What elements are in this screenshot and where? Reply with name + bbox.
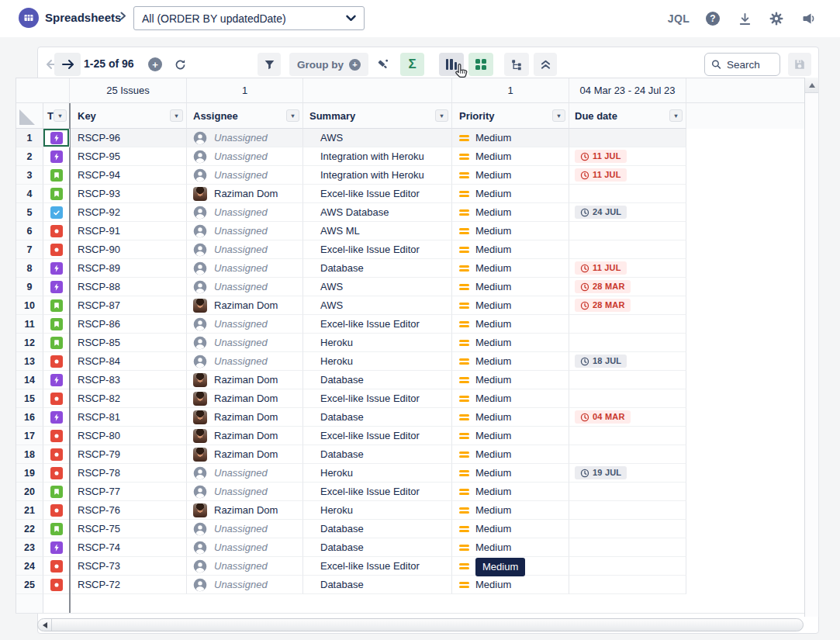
issue-type-cell[interactable] (43, 427, 70, 445)
due-date-cell[interactable]: 04 MAR (569, 408, 686, 427)
priority-cell[interactable]: Medium (452, 334, 569, 352)
assignee-cell[interactable]: Unassigned (187, 334, 303, 352)
priority-cell[interactable]: Medium (452, 259, 569, 278)
row-number[interactable]: 17 (16, 427, 43, 445)
priority-cell[interactable]: Medium (452, 371, 569, 389)
row-number[interactable]: 5 (16, 203, 43, 222)
summary-cell[interactable]: Heroku (303, 352, 452, 371)
summary-cell[interactable]: AWS (303, 278, 452, 296)
assignee-cell[interactable]: Unassigned (187, 278, 303, 296)
announcements-button[interactable] (798, 9, 818, 29)
row-number[interactable]: 25 (16, 576, 43, 594)
due-date-cell[interactable] (569, 427, 686, 445)
summary-cell[interactable]: AWS Database (303, 203, 452, 222)
due-date-cell[interactable] (569, 315, 686, 334)
issue-type-cell[interactable] (43, 352, 70, 371)
issue-key-cell[interactable]: RSCP-92 (70, 203, 187, 222)
summary-cell[interactable]: Database (303, 371, 452, 389)
summary-cell[interactable]: Database (303, 520, 452, 538)
due-date-cell[interactable] (569, 389, 686, 408)
column-filter-button[interactable]: ▼ (435, 109, 448, 122)
add-issue-button[interactable]: + (144, 53, 166, 76)
due-date-cell[interactable] (569, 334, 686, 352)
priority-cell[interactable]: Medium (452, 147, 569, 166)
summary-cell[interactable]: Integration with Heroku (303, 147, 452, 166)
hierarchy-button[interactable] (504, 53, 529, 76)
filter-button[interactable] (258, 53, 281, 76)
column-header-summary[interactable]: Summary ▼ (303, 103, 452, 129)
summary-cell[interactable]: Database (303, 538, 452, 557)
jql-toggle[interactable]: JQL (666, 12, 691, 25)
row-number[interactable]: 2 (16, 147, 43, 166)
column-header-priority[interactable]: Priority ▼ (452, 103, 569, 129)
priority-cell[interactable]: Medium (452, 222, 569, 240)
assignee-cell[interactable]: Raziman Dom (187, 408, 303, 427)
select-all-corner[interactable] (16, 103, 43, 129)
issue-type-cell[interactable] (43, 464, 70, 483)
due-date-cell[interactable] (569, 445, 686, 464)
issue-type-cell[interactable] (43, 576, 70, 594)
due-date-cell[interactable] (569, 129, 686, 147)
due-date-cell[interactable]: 19 JUL (569, 464, 686, 483)
row-number[interactable]: 10 (16, 296, 43, 315)
assignee-cell[interactable]: Raziman Dom (187, 389, 303, 408)
issue-type-cell[interactable] (43, 501, 70, 520)
row-number[interactable]: 13 (16, 352, 43, 371)
priority-cell[interactable]: Medium (452, 464, 569, 483)
summary-cell[interactable]: Heroku (303, 501, 452, 520)
summary-cell[interactable]: Database (303, 408, 452, 427)
summary-cell[interactable]: Excel-like Issue Editor (303, 557, 452, 576)
issue-key-cell[interactable]: RSCP-72 (70, 576, 187, 594)
issue-type-cell[interactable] (43, 315, 70, 334)
priority-cell[interactable]: Medium (452, 427, 569, 445)
assignee-cell[interactable]: Unassigned (187, 203, 303, 222)
row-number[interactable]: 24 (16, 557, 43, 576)
issue-type-cell[interactable] (43, 147, 70, 166)
assignee-cell[interactable]: Raziman Dom (187, 296, 303, 315)
issue-type-cell[interactable] (43, 278, 70, 296)
column-filter-button[interactable]: ▼ (552, 109, 565, 122)
row-number[interactable]: 14 (16, 371, 43, 389)
save-button[interactable] (788, 53, 811, 76)
priority-cell[interactable]: Medium (452, 278, 569, 296)
settings-button[interactable] (766, 9, 786, 29)
column-filter-button[interactable]: ▼ (170, 109, 183, 122)
issue-key-cell[interactable]: RSCP-82 (70, 389, 187, 408)
search-box[interactable] (704, 53, 780, 76)
issue-type-cell[interactable] (43, 389, 70, 408)
priority-cell[interactable]: Medium (452, 576, 569, 594)
issue-type-cell[interactable] (43, 203, 70, 222)
export-button[interactable] (735, 9, 755, 29)
assignee-cell[interactable]: Raziman Dom (187, 445, 303, 464)
issue-type-cell[interactable] (43, 296, 70, 315)
priority-cell[interactable]: Medium (452, 129, 569, 147)
summary-cell[interactable]: AWS (303, 129, 452, 147)
issue-key-cell[interactable]: RSCP-95 (70, 147, 187, 166)
assignee-cell[interactable]: Unassigned (187, 222, 303, 240)
row-number[interactable]: 8 (16, 259, 43, 278)
priority-cell[interactable]: Medium (452, 296, 569, 315)
summary-cell[interactable]: Excel-like Issue Editor (303, 483, 452, 501)
issue-key-cell[interactable]: RSCP-91 (70, 222, 187, 240)
issue-type-cell[interactable] (43, 240, 70, 259)
search-input[interactable] (727, 59, 773, 71)
collapse-all-button[interactable] (534, 53, 557, 76)
issue-type-cell[interactable] (43, 445, 70, 464)
column-header-due-date[interactable]: Due date ▼ (569, 103, 686, 129)
row-number[interactable]: 12 (16, 334, 43, 352)
due-date-cell[interactable]: 11 JUL (569, 259, 686, 278)
row-number[interactable]: 6 (16, 222, 43, 240)
column-filter-button[interactable]: ▼ (286, 109, 299, 122)
issue-key-cell[interactable]: RSCP-80 (70, 427, 187, 445)
priority-cell[interactable]: Medium (452, 445, 569, 464)
help-button[interactable]: ? (703, 9, 723, 29)
summary-cell[interactable]: AWS (303, 296, 452, 315)
row-number[interactable]: 4 (16, 185, 43, 203)
issue-type-cell[interactable] (43, 483, 70, 501)
issue-key-cell[interactable]: RSCP-84 (70, 352, 187, 371)
due-date-cell[interactable] (569, 576, 686, 594)
summary-cell[interactable]: Database (303, 576, 452, 594)
issue-type-cell[interactable] (43, 259, 70, 278)
row-number[interactable]: 11 (16, 315, 43, 334)
view-selector[interactable]: All (ORDER BY updatedDate) (133, 6, 365, 30)
